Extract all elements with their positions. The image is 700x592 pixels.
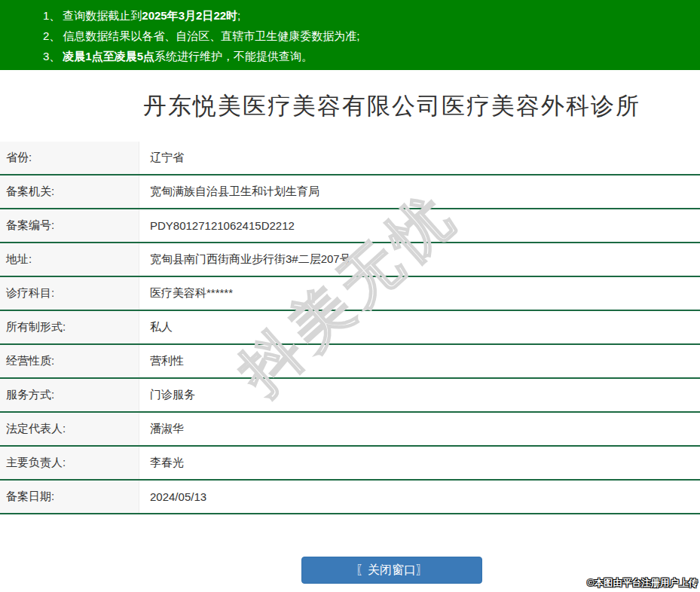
row-value: 2024/05/13	[139, 481, 700, 513]
table-row: 经营性质: 营利性	[0, 345, 700, 379]
row-label: 法定代表人:	[0, 413, 139, 445]
notice-text: 信息数据结果以各省、自治区、直辖市卫生健康委数据为准;	[63, 29, 359, 42]
table-row: 诊疗科目: 医疗美容科******	[0, 277, 700, 311]
row-value: 李春光	[139, 447, 700, 479]
notice-text: ;	[237, 9, 240, 22]
table-row: 省份: 辽宁省	[0, 142, 700, 175]
notice-banner: 1、查询数据截止到2025年3月2日22时; 2、信息数据结果以各省、自治区、直…	[0, 0, 700, 70]
page-title: 丹东悦美医疗美容有限公司医疗美容外科诊所	[0, 70, 700, 142]
table-row: 主要负责人: 李春光	[0, 447, 700, 481]
table-row: 地址: 宽甸县南门西街商业步行街3#二层207号	[0, 243, 700, 277]
notice-item: 2、信息数据结果以各省、自治区、直辖市卫生健康委数据为准;	[43, 26, 700, 46]
info-table: 省份: 辽宁省 备案机关: 宽甸满族自治县卫生和计划生育局 备案编号: PDY8…	[0, 142, 700, 514]
notice-number: 3、	[43, 50, 63, 63]
notice-text: 系统进行维护，不能提供查询。	[154, 50, 313, 63]
row-value: PDY80127121062415D2212	[139, 209, 700, 242]
table-row: 法定代表人: 潘淑华	[0, 413, 700, 447]
row-label: 备案日期:	[0, 481, 139, 513]
notice-text-bold: 2025年3月2日22时	[142, 9, 237, 22]
row-value: 潘淑华	[139, 413, 700, 445]
row-value: 医疗美容科******	[139, 277, 700, 310]
row-label: 备案机关:	[0, 175, 139, 208]
table-row: 服务方式: 门诊服务	[0, 379, 700, 413]
page-container: 1、查询数据截止到2025年3月2日22时; 2、信息数据结果以各省、自治区、直…	[0, 0, 700, 584]
notice-number: 1、	[43, 9, 63, 22]
table-row: 备案编号: PDY80127121062415D2212	[0, 209, 700, 243]
table-row: 备案机关: 宽甸满族自治县卫生和计划生育局	[0, 175, 700, 209]
notice-number: 2、	[43, 29, 63, 42]
row-label: 地址:	[0, 243, 139, 276]
row-value: 辽宁省	[139, 142, 700, 174]
row-label: 备案编号:	[0, 209, 139, 242]
row-value: 门诊服务	[139, 379, 700, 411]
row-value: 宽甸县南门西街商业步行街3#二层207号	[139, 243, 700, 276]
row-label: 服务方式:	[0, 379, 139, 411]
notice-item: 1、查询数据截止到2025年3月2日22时;	[43, 5, 700, 26]
row-label: 经营性质:	[0, 345, 139, 377]
row-value: 宽甸满族自治县卫生和计划生育局	[139, 175, 700, 208]
copyright-watermark: ©本图由平台注册用户上传	[587, 577, 698, 590]
notice-item: 3、凌晨1点至凌晨5点系统进行维护，不能提供查询。	[43, 46, 700, 66]
close-window-button[interactable]: 〖关闭窗口〗	[301, 557, 482, 584]
row-label: 主要负责人:	[0, 447, 139, 479]
row-value: 私人	[139, 311, 700, 343]
row-label: 所有制形式:	[0, 311, 139, 343]
row-label: 诊疗科目:	[0, 277, 139, 310]
table-row: 备案日期: 2024/05/13	[0, 481, 700, 514]
row-label: 省份:	[0, 142, 139, 174]
notice-text-bold: 凌晨1点至凌晨5点	[63, 50, 154, 63]
row-value: 营利性	[139, 345, 700, 377]
table-row: 所有制形式: 私人	[0, 311, 700, 345]
notice-text: 查询数据截止到	[63, 9, 142, 22]
